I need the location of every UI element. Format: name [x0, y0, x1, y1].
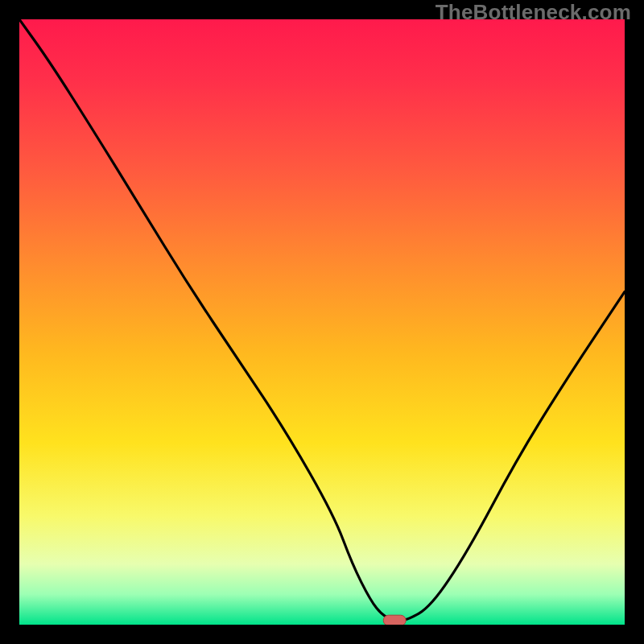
minimum-marker	[383, 615, 406, 625]
plot-area	[19, 19, 625, 625]
plot-svg	[19, 19, 625, 625]
gradient-background	[19, 19, 625, 625]
chart-frame: TheBottleneck.com	[0, 0, 644, 644]
watermark-text: TheBottleneck.com	[436, 0, 631, 25]
